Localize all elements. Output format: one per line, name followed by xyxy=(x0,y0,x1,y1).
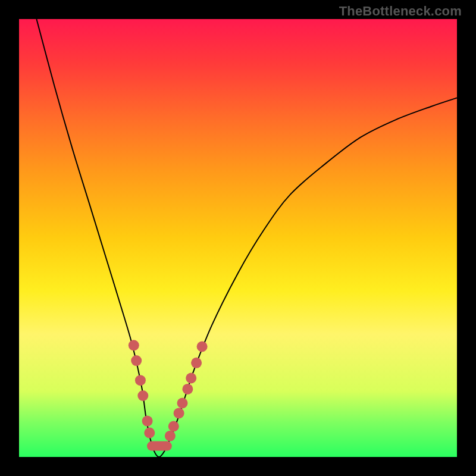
plot-svg xyxy=(19,19,457,457)
highlight-markers xyxy=(129,340,208,446)
marker-dot xyxy=(191,358,202,368)
marker-dot xyxy=(135,375,146,386)
marker-dot xyxy=(142,416,153,427)
marker-dot xyxy=(168,421,179,432)
marker-dot xyxy=(131,355,142,366)
marker-dot xyxy=(186,373,196,384)
bottleneck-curve xyxy=(36,19,457,457)
chart-frame: TheBottleneck.com xyxy=(0,0,476,476)
marker-dot xyxy=(182,384,193,394)
marker-dot xyxy=(177,398,188,409)
marker-dot xyxy=(137,390,148,401)
marker-dot xyxy=(197,342,208,352)
marker-dot xyxy=(165,431,176,441)
watermark-text: TheBottleneck.com xyxy=(339,4,462,19)
marker-dot xyxy=(129,340,139,350)
marker-dot xyxy=(174,408,184,418)
marker-dot xyxy=(144,428,155,439)
